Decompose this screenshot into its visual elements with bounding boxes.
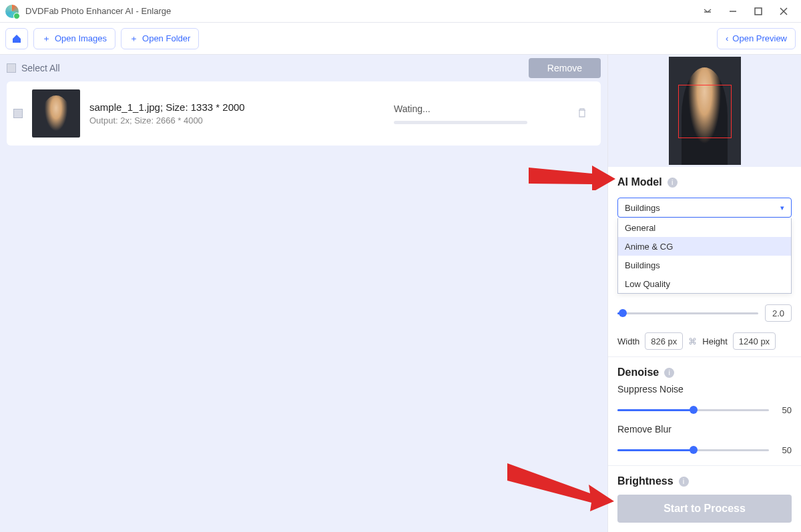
denoise-section: Denoise i Suppress Noise 50 Remove Blur [608, 356, 801, 465]
file-status: Wating... [394, 103, 567, 114]
toolbar: ＋ Open Images ＋ Open Folder ‹ Open Previ… [0, 23, 801, 55]
svg-rect-0 [755, 8, 762, 15]
file-checkbox[interactable] [13, 109, 23, 118]
trash-icon [577, 107, 587, 118]
home-button[interactable] [5, 28, 28, 49]
delete-file-button[interactable] [577, 107, 589, 119]
width-label: Width [617, 336, 639, 346]
brightness-title-text: Brightness [617, 475, 674, 487]
suppress-noise-value: 50 [776, 401, 792, 419]
height-label: Height [702, 336, 728, 346]
open-preview-label: Open Preview [732, 33, 787, 43]
remove-blur-slider-row: 50 [617, 441, 792, 459]
start-process-button[interactable]: Start to Process [617, 495, 792, 523]
plus-icon: ＋ [129, 33, 138, 45]
ai-model-section: AI Model i Buildings General Anime & CG … [608, 167, 801, 356]
brightness-title: Brightness i [617, 475, 792, 487]
svg-marker-2 [507, 463, 614, 511]
file-row[interactable]: sample_1_1.jpg; Size: 1333 * 2000 Output… [7, 81, 601, 146]
dropdown-item-lowquality[interactable]: Low Quality [618, 274, 791, 293]
file-status-column: Wating... [394, 103, 567, 124]
close-icon[interactable] [778, 6, 789, 17]
ai-model-title: AI Model i [617, 176, 792, 188]
denoise-title: Denoise i [617, 366, 792, 378]
maximize-icon[interactable] [753, 6, 764, 17]
file-output-line: Output: 2x; Size: 2666 * 4000 [89, 115, 384, 125]
link-icon[interactable]: ⌘ [688, 336, 697, 346]
suppress-noise-label: Suppress Noise [617, 384, 792, 394]
ai-model-dropdown[interactable]: Buildings General Anime & CG Buildings L… [617, 198, 792, 218]
open-preview-button[interactable]: ‹ Open Preview [717, 28, 796, 49]
dropdown-selected: Buildings [625, 203, 660, 213]
annotation-arrow [529, 154, 615, 190]
height-value[interactable]: 1240 px [733, 332, 776, 350]
svg-marker-1 [529, 166, 615, 190]
denoise-title-text: Denoise [617, 366, 659, 378]
dimensions-row: Width 826 px ⌘ Height 1240 px [617, 332, 792, 350]
info-icon[interactable]: i [668, 178, 678, 188]
open-folder-button[interactable]: ＋ Open Folder [121, 28, 199, 49]
progress-bar [394, 121, 527, 124]
window-controls [702, 6, 796, 17]
info-icon[interactable]: i [664, 368, 674, 378]
main-area: Select All Remove sample_1_1.jpg; Size: … [0, 55, 801, 532]
remove-blur-value: 50 [776, 441, 792, 459]
home-icon [11, 33, 22, 44]
title-bar: DVDFab Photo Enhancer AI - Enlarge [0, 0, 801, 23]
app-title: DVDFab Photo Enhancer AI - Enlarge [25, 6, 702, 16]
scale-slider[interactable] [617, 312, 758, 314]
suppress-noise-slider-row: 50 [617, 401, 792, 419]
annotation-arrow [507, 458, 614, 511]
open-folder-label: Open Folder [142, 33, 190, 43]
preview-crop-rect[interactable] [678, 85, 732, 138]
dropdown-list: General Anime & CG Buildings Low Quality [617, 218, 792, 294]
width-value[interactable]: 826 px [645, 332, 683, 350]
file-info: sample_1_1.jpg; Size: 1333 * 2000 Output… [89, 101, 384, 125]
list-header: Select All Remove [0, 55, 607, 81]
open-images-label: Open Images [55, 33, 107, 43]
dropdown-window-icon[interactable] [702, 6, 713, 17]
suppress-noise-slider[interactable] [617, 409, 769, 411]
brightness-section: Brightness i [608, 465, 801, 489]
preview-thumbnail[interactable] [669, 57, 741, 165]
file-name-line: sample_1_1.jpg; Size: 1333 * 2000 [89, 101, 384, 113]
select-all-label[interactable]: Select All [21, 63, 60, 73]
info-icon[interactable]: i [679, 477, 689, 487]
remove-blur-slider[interactable] [617, 449, 769, 451]
remove-blur-label: Remove Blur [617, 424, 792, 435]
ai-model-title-text: AI Model [617, 176, 662, 188]
preview-area [608, 55, 801, 167]
scale-slider-row: 2.0 [617, 304, 792, 322]
scale-value[interactable]: 2.0 [765, 304, 792, 322]
dropdown-item-anime[interactable]: Anime & CG [618, 237, 791, 256]
remove-button[interactable]: Remove [529, 58, 601, 78]
dropdown-item-buildings[interactable]: Buildings [618, 256, 791, 274]
open-images-button[interactable]: ＋ Open Images [33, 28, 115, 49]
file-thumbnail [32, 89, 80, 138]
minimize-icon[interactable] [728, 6, 738, 17]
dropdown-item-general[interactable]: General [618, 218, 791, 237]
chevron-left-icon: ‹ [726, 33, 728, 43]
panels-scroll: AI Model i Buildings General Anime & CG … [608, 167, 801, 489]
app-logo-icon [5, 5, 19, 18]
plus-icon: ＋ [42, 33, 51, 45]
settings-panel: AI Model i Buildings General Anime & CG … [607, 55, 801, 532]
select-all-checkbox[interactable] [7, 63, 16, 73]
